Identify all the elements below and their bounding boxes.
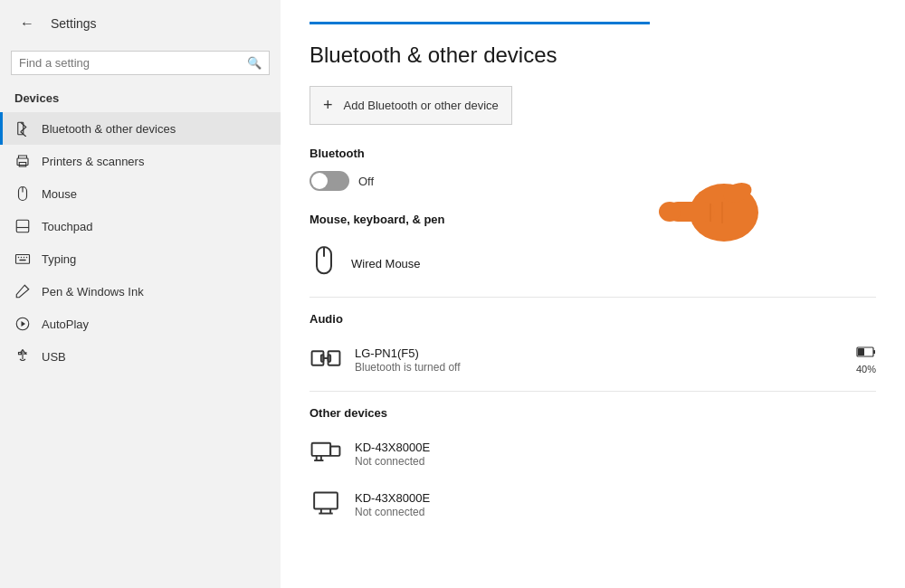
svg-rect-5	[16, 220, 29, 232]
sidebar-item-printers-label: Printers & scanners	[42, 155, 144, 168]
svg-rect-28	[873, 350, 875, 354]
sidebar-header: ← Settings	[0, 0, 281, 47]
mouse-section-header: Mouse, keyboard, & pen	[310, 213, 876, 226]
pen-icon	[14, 283, 31, 299]
bluetooth-section-header: Bluetooth	[310, 147, 876, 160]
add-device-button[interactable]: + Add Bluetooth or other device	[310, 86, 512, 125]
search-input[interactable]	[19, 56, 242, 70]
audio-device-battery: 40%	[856, 346, 876, 375]
other-device-name-2: KD-43X8000E	[355, 491, 876, 505]
printers-icon	[14, 153, 31, 169]
svg-rect-30	[312, 443, 331, 456]
other-device-name-1: KD-43X8000E	[355, 441, 876, 454]
sidebar-item-autoplay-label: AutoPlay	[42, 318, 89, 331]
other-device-icon-1	[310, 438, 342, 470]
plus-icon: +	[323, 96, 333, 115]
battery-icon	[856, 346, 876, 362]
sidebar: ← Settings 🔍 Devices Bluetooth & other d…	[0, 0, 281, 588]
other-device-status-2: Not connected	[355, 506, 876, 518]
page-title: Bluetooth & other devices	[310, 43, 876, 68]
usb-icon	[14, 348, 31, 365]
svg-rect-31	[330, 447, 339, 456]
sidebar-item-bluetooth[interactable]: Bluetooth & other devices	[0, 112, 281, 145]
audio-section-header: Audio	[310, 312, 876, 326]
sidebar-item-touchpad[interactable]: Touchpad	[0, 210, 281, 242]
devices-section-label: Devices	[0, 86, 281, 112]
sidebar-item-bluetooth-label: Bluetooth & other devices	[42, 122, 176, 136]
sidebar-item-typing-label: Typing	[42, 252, 76, 266]
loading-bar	[310, 22, 876, 24]
svg-marker-14	[22, 321, 26, 327]
sidebar-item-pen-label: Pen & Windows Ink	[42, 285, 144, 299]
other-section-header: Other devices	[310, 406, 876, 420]
other-device-info-2: KD-43X8000E Not connected	[355, 491, 876, 518]
toggle-thumb	[311, 173, 328, 189]
svg-rect-25	[321, 355, 324, 362]
autoplay-icon	[14, 316, 31, 332]
sidebar-item-mouse-label: Mouse	[42, 187, 77, 201]
sidebar-item-printers[interactable]: Printers & scanners	[0, 145, 281, 177]
divider-1	[310, 297, 876, 298]
sidebar-item-touchpad-label: Touchpad	[42, 220, 92, 233]
mouse-device-name: Wired Mouse	[351, 257, 876, 270]
bluetooth-icon	[14, 120, 31, 137]
other-device-info-1: KD-43X8000E Not connected	[355, 441, 876, 468]
typing-icon	[14, 251, 31, 267]
divider-2	[310, 391, 876, 392]
mouse-device-item: Wired Mouse	[310, 237, 876, 289]
main-content: Bluetooth & other devices + Add Bluetoot…	[281, 0, 905, 588]
svg-rect-7	[16, 255, 30, 264]
wired-mouse-icon	[310, 244, 338, 282]
battery-percentage: 40%	[856, 364, 876, 375]
search-icon: 🔍	[247, 56, 262, 70]
back-button[interactable]: ←	[14, 11, 40, 36]
other-device-item-2: KD-43X8000E Not connected	[310, 481, 876, 528]
other-device-item-1: KD-43X8000E Not connected	[310, 431, 876, 478]
audio-device-status: Bluetooth is turned off	[355, 361, 843, 374]
svg-rect-3	[19, 163, 26, 167]
add-device-label: Add Bluetooth or other device	[344, 99, 499, 112]
touchpad-icon	[14, 218, 31, 234]
other-device-status-1: Not connected	[355, 455, 876, 468]
search-box[interactable]: 🔍	[11, 51, 270, 75]
sidebar-item-mouse[interactable]: Mouse	[0, 177, 281, 210]
sidebar-item-usb[interactable]: USB	[0, 340, 281, 373]
audio-device-item: LG-PN1(F5) Bluetooth is turned off 40%	[310, 337, 876, 384]
sidebar-item-typing[interactable]: Typing	[0, 242, 281, 275]
audio-device-name: LG-PN1(F5)	[355, 346, 843, 360]
audio-device-icon	[310, 344, 342, 376]
mouse-device-info: Wired Mouse	[351, 257, 876, 270]
mouse-icon	[14, 185, 31, 202]
sidebar-item-usb-label: USB	[42, 350, 66, 364]
sidebar-item-pen[interactable]: Pen & Windows Ink	[0, 275, 281, 308]
bluetooth-state-label: Off	[358, 175, 374, 188]
svg-rect-18	[19, 353, 22, 355]
audio-device-info: LG-PN1(F5) Bluetooth is turned off	[355, 346, 843, 374]
svg-rect-26	[329, 355, 331, 362]
other-device-icon-2	[310, 488, 342, 521]
bluetooth-toggle-row: Off	[310, 171, 876, 191]
svg-rect-35	[314, 492, 338, 508]
svg-rect-29	[858, 348, 864, 356]
sidebar-item-autoplay[interactable]: AutoPlay	[0, 308, 281, 340]
settings-title: Settings	[51, 16, 97, 31]
bluetooth-toggle[interactable]	[310, 171, 349, 191]
